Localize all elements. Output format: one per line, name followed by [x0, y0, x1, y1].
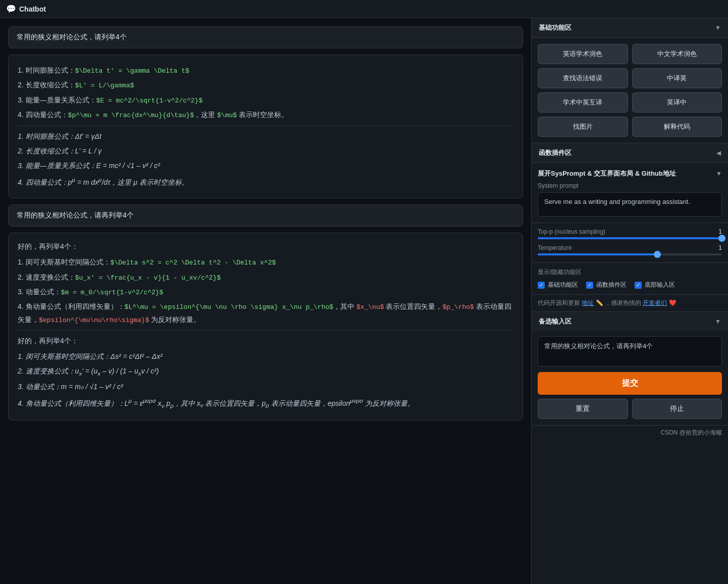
user-message-1: 常用的狭义相对论公式，请列举4个	[8, 26, 523, 48]
basic-btn-grid: 英语学术润色 中文学术润色 查找语法错误 中译英 学术中英互译 英译中 找图片 …	[532, 38, 728, 143]
user-message-2: 常用的狭义相对论公式，请再列举4个	[8, 204, 523, 227]
topp-row: Top-p (nucleus sampling) 1	[538, 228, 722, 235]
sysprompt-header[interactable]: 展开SysPrompt & 交互界面布局 & Github地址 ▼	[538, 169, 722, 178]
backup-section-header[interactable]: 备选输入区 ▼	[532, 312, 728, 331]
rendered2-line-4: 4. 角动量公式（利用四维矢量）：Lμ = εμνρσ xν pρ，其中 xν …	[18, 395, 513, 410]
topp-label: Top-p (nucleus sampling)	[538, 228, 605, 235]
sysprompt-section: 展开SysPrompt & 交互界面布局 & Github地址 ▼ System…	[532, 163, 728, 223]
temperature-fill	[538, 253, 657, 255]
btn-chinese-polish[interactable]: 中文学术润色	[632, 44, 722, 64]
btn-academic-translate[interactable]: 学术中英互译	[538, 92, 628, 113]
csdn-text: CSDN @拾荒的小海螺	[660, 429, 722, 436]
temperature-thumb[interactable]	[654, 251, 661, 258]
plugin-section-header[interactable]: 函数插件区 ◀	[532, 143, 728, 163]
checkbox-plugin-box[interactable]: ✓	[586, 282, 593, 289]
rendered-line-4: 4. 四动量公式：pμ = m dxμ/dτ，这里 μ 表示时空坐标。	[18, 174, 513, 189]
checkbox-plugin-label: 函数插件区	[596, 281, 627, 289]
backup-section-title: 备选输入区	[539, 317, 571, 326]
topp-value: 1	[718, 228, 722, 235]
formula2-line-3: 3. 动量公式：$m = m_0/\sqrt{1-v^2/c^2}$	[18, 286, 513, 298]
plugin-section-title: 函数插件区	[539, 148, 571, 157]
formula-line-3: 3. 能量—质量关系公式：$E = mc^2/\sqrt{1-v^2/c^2}$	[18, 94, 513, 107]
temperature-row: Temperature 1	[538, 244, 722, 251]
formula2-line-2: 2. 速度变换公式：$u_x' = \frac{u_x - v}{1 - u_x…	[18, 271, 513, 284]
rendered2-line-2: 2. 速度变换公式：ux' = (ux – v) / (1 – uxv / c²…	[18, 365, 513, 379]
checkbox-row: ✓ 基础功能区 ✓ 函数插件区 ✓ 底部输入区	[538, 281, 722, 289]
formula-line-1: 1. 时间膨胀公式：$\Delta t' = \gamma \Delta t$	[18, 64, 513, 77]
btn-en-to-cn[interactable]: 英译中	[632, 92, 722, 113]
topp-track[interactable]	[538, 237, 722, 239]
checkbox-plugin[interactable]: ✓ 函数插件区	[586, 281, 627, 289]
formula2-line-1: 1. 闵可夫斯基时空间隔公式：$\Delta s^2 = c^2 \Delta …	[18, 256, 513, 269]
assistant-outro: 好的，再列举4个：	[18, 335, 513, 347]
assistant-message-1: 1. 时间膨胀公式：$\Delta t' = \gamma \Delta t$ …	[8, 55, 523, 198]
link-area: 代码开源和更新 地址 ✏️ ，感谢热情的 开发者们 ❤️	[532, 294, 728, 311]
basic-section-title: 基础功能区	[539, 23, 571, 32]
topp-fill	[538, 237, 722, 239]
checkbox-basic-label: 基础功能区	[548, 281, 578, 289]
rendered-line-1: 1. 时间膨胀公式：Δt' = γΔt	[18, 130, 513, 143]
slider-section: Top-p (nucleus sampling) 1 Temperature 1	[532, 223, 728, 262]
link-prefix: 代码开源和更新	[538, 299, 580, 306]
sysprompt-value[interactable]: Serve me as a writing and programming as…	[538, 192, 722, 217]
checkbox-bottom[interactable]: ✓ 底部输入区	[635, 281, 675, 289]
backup-textarea[interactable]: 常用的狭义相对论公式，请再列举4个	[538, 336, 722, 366]
action-row: 重置 停止	[532, 399, 728, 425]
submit-button[interactable]: 提交	[538, 372, 722, 395]
formula2-line-4: 4. 角动量公式（利用四维矢量）：$L^\mu = \epsilon^{\mu …	[18, 300, 513, 326]
link-devs[interactable]: 开发者们	[643, 299, 667, 306]
csdn-footer: CSDN @拾荒的小海螺	[532, 425, 728, 440]
checkbox-bottom-box[interactable]: ✓	[635, 282, 642, 289]
btn-find-image[interactable]: 找图片	[538, 117, 628, 137]
btn-explain-code[interactable]: 解释代码	[632, 117, 722, 137]
app-title: Chatbot	[19, 5, 46, 13]
formula-line-4: 4. 四动量公式：$p^\mu = m \frac{dx^\mu}{d\tau}…	[18, 109, 513, 121]
formula-line-2: 2. 长度收缩公式：$L' = L/\gamma$	[18, 79, 513, 91]
btn-english-polish[interactable]: 英语学术润色	[538, 44, 628, 64]
btn-cn-to-en[interactable]: 中译英	[632, 68, 722, 88]
link-suffix: ，感谢热情的	[605, 299, 641, 306]
assistant-message-2: 好的，再列举4个： 1. 闵可夫斯基时空间隔公式：$\Delta s^2 = c…	[8, 233, 523, 420]
rendered2-line-1: 1. 闵可夫斯基时空间隔公式：Δs² = c²Δt² – Δx²	[18, 350, 513, 363]
rendered-line-2: 2. 长度收缩公式：L' = L / γ	[18, 145, 513, 157]
checkbox-bottom-label: 底部输入区	[645, 281, 675, 289]
sysprompt-label: System prompt	[538, 182, 722, 189]
stop-button[interactable]: 停止	[632, 399, 722, 419]
checkbox-basic[interactable]: ✓ 基础功能区	[538, 281, 578, 289]
sidebar: 基础功能区 ▼ 英语学术润色 中文学术润色 查找语法错误 中译英 学术中英互译 …	[531, 18, 728, 584]
sysprompt-arrow: ▼	[716, 170, 722, 177]
link-edit-icon: ✏️	[596, 299, 603, 306]
reset-button[interactable]: 重置	[538, 399, 628, 419]
basic-section-arrow: ▼	[715, 24, 721, 31]
rendered2-line-3: 3. 动量公式：m = m₀ / √1 – v² / c²	[18, 381, 513, 393]
plugin-section-arrow: ◀	[716, 149, 721, 156]
show-hide-title: 显示/隐藏功能区	[538, 268, 722, 277]
main-layout: 常用的狭义相对论公式，请列举4个 1. 时间膨胀公式：$\Delta t' = …	[0, 18, 728, 584]
topbar: 💬 Chatbot	[0, 0, 728, 18]
checkbox-basic-box[interactable]: ✓	[538, 282, 545, 289]
rendered-line-3: 3. 能量—质量关系公式：E = mc² / √1 – v² / c²	[18, 160, 513, 172]
temperature-label: Temperature	[538, 244, 571, 251]
sysprompt-section-title: 展开SysPrompt & 交互界面布局 & Github地址	[538, 169, 676, 178]
temperature-value: 1	[718, 244, 722, 251]
topp-thumb[interactable]	[718, 235, 725, 242]
basic-section-header[interactable]: 基础功能区 ▼	[532, 18, 728, 38]
temperature-track[interactable]	[538, 253, 722, 255]
backup-section-arrow: ▼	[715, 318, 721, 325]
link-heart: ❤️	[669, 299, 677, 306]
btn-find-grammar[interactable]: 查找语法错误	[538, 68, 628, 88]
chat-area[interactable]: 常用的狭义相对论公式，请列举4个 1. 时间膨胀公式：$\Delta t' = …	[0, 18, 531, 584]
assistant-intro: 好的，再列举4个：	[18, 240, 513, 253]
chatbot-icon: 💬	[6, 4, 16, 14]
show-hide-section: 显示/隐藏功能区 ✓ 基础功能区 ✓ 函数插件区 ✓	[532, 262, 728, 294]
backup-section: 备选输入区 ▼ 常用的狭义相对论公式，请再列举4个 提交 重置 停止	[532, 311, 728, 425]
link-address[interactable]: 地址	[582, 299, 594, 306]
